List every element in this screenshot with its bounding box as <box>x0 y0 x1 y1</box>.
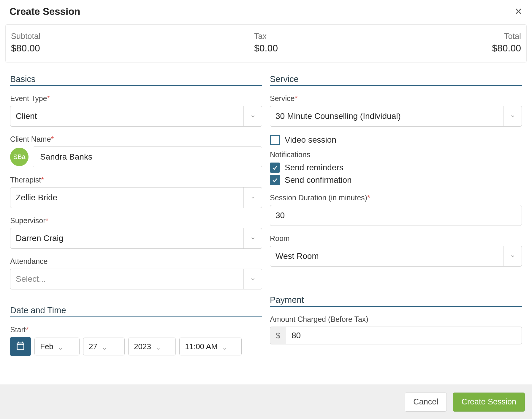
tax-value: $0.00 <box>254 43 278 54</box>
supervisor-label: Supervisor* <box>10 216 262 225</box>
amount-label: Amount Charged (Before Tax) <box>270 315 522 324</box>
chevron-down-icon <box>250 276 256 282</box>
chevron-down-icon <box>58 344 63 349</box>
service-value: 30 Minute Counselling (Individual) <box>270 111 503 121</box>
room-select[interactable]: West Room <box>270 246 522 267</box>
cancel-button[interactable]: Cancel <box>405 393 447 412</box>
amount-input[interactable]: 80 <box>286 327 522 344</box>
close-button[interactable]: ✕ <box>514 7 522 16</box>
start-month-select[interactable]: Feb <box>34 338 80 355</box>
start-time-select[interactable]: 11:00 AM <box>179 338 242 355</box>
start-label: Start* <box>10 325 262 334</box>
chevron-down-icon <box>102 344 107 349</box>
payment-heading: Payment <box>270 295 522 307</box>
video-session-checkbox[interactable] <box>270 135 280 145</box>
client-avatar: SBa <box>10 148 28 166</box>
send-reminders-checkbox[interactable] <box>270 163 280 173</box>
attendance-label: Attendance <box>10 257 262 266</box>
start-year-select[interactable]: 2023 <box>128 338 176 355</box>
close-icon: ✕ <box>514 6 522 17</box>
calendar-icon <box>15 341 26 352</box>
event-type-value: Client <box>10 111 243 121</box>
tax-label: Tax <box>254 32 278 41</box>
datetime-heading: Date and Time <box>10 305 262 317</box>
chevron-down-icon <box>510 114 515 119</box>
start-month-value: Feb <box>40 342 53 351</box>
client-name-label: Client Name* <box>10 135 262 144</box>
chevron-down-icon <box>510 253 515 259</box>
dialog-title: Create Session <box>10 6 80 17</box>
chevron-down-icon <box>250 114 256 119</box>
supervisor-value: Darren Craig <box>10 234 243 243</box>
total-label: Total <box>351 32 521 41</box>
subtotal-label: Subtotal <box>11 32 181 41</box>
send-confirmation-label: Send confirmation <box>285 175 352 185</box>
service-select[interactable]: 30 Minute Counselling (Individual) <box>270 106 522 127</box>
start-year-value: 2023 <box>134 342 151 351</box>
start-time-value: 11:00 AM <box>185 342 218 351</box>
therapist-select[interactable]: Zellie Bride <box>10 187 262 208</box>
supervisor-select[interactable]: Darren Craig <box>10 228 262 249</box>
chevron-down-icon <box>156 344 161 349</box>
send-confirmation-checkbox[interactable] <box>270 175 280 185</box>
duration-input[interactable]: 30 <box>270 205 522 226</box>
attendance-placeholder: Select... <box>10 274 243 284</box>
attendance-select[interactable]: Select... <box>10 269 262 289</box>
therapist-value: Zellie Bride <box>10 193 243 202</box>
dialog-footer: Cancel Create Session <box>0 385 532 419</box>
send-reminders-label: Send reminders <box>285 163 343 172</box>
chevron-down-icon <box>222 344 227 349</box>
event-type-select[interactable]: Client <box>10 106 262 127</box>
basics-heading: Basics <box>10 74 262 86</box>
subtotal-value: $80.00 <box>11 43 181 54</box>
currency-symbol: $ <box>270 327 286 344</box>
total-value: $80.00 <box>351 43 521 54</box>
room-value: West Room <box>270 251 503 261</box>
event-type-label: Event Type* <box>10 94 262 103</box>
client-name-input[interactable]: Sandra Banks <box>33 147 262 167</box>
service-heading: Service <box>270 74 522 86</box>
calendar-button[interactable] <box>10 337 31 356</box>
chevron-down-icon <box>250 195 256 200</box>
chevron-down-icon <box>250 236 256 241</box>
summary-bar: Subtotal $80.00 Tax $0.00 Total $80.00 <box>5 24 527 62</box>
duration-label: Session Duration (in minutes)* <box>270 193 522 202</box>
room-label: Room <box>270 234 522 243</box>
video-session-label: Video session <box>285 135 336 145</box>
start-day-value: 27 <box>89 342 97 351</box>
therapist-label: Therapist* <box>10 176 262 184</box>
create-session-button[interactable]: Create Session <box>453 393 525 412</box>
service-label: Service* <box>270 94 522 103</box>
start-day-select[interactable]: 27 <box>83 338 125 355</box>
notifications-heading: Notifications <box>270 150 522 159</box>
